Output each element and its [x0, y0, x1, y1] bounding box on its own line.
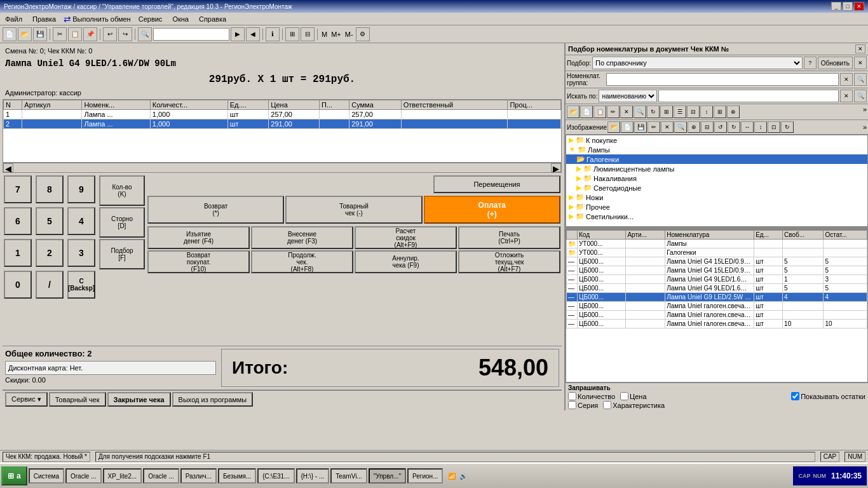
tree-item-светильники[interactable]: ▶ 📁 Светильники... [566, 212, 867, 221]
numpad-slash[interactable]: / [36, 271, 64, 299]
numpad-2[interactable]: 2 [36, 239, 64, 267]
picker-group-clear-btn[interactable]: ✕ [840, 73, 853, 86]
picker-find-input[interactable] [658, 90, 839, 102]
series-checkbox[interactable] [568, 401, 576, 409]
ptb-delete[interactable]: ✕ [620, 105, 633, 118]
minimize-button[interactable]: _ [831, 2, 841, 11]
price-checkbox[interactable] [620, 392, 628, 400]
table-row[interactable]: 2 Лампа ... 1,000 шт 291,00 291,00 [4, 119, 561, 129]
ptb-new[interactable]: 📄 [580, 105, 593, 118]
picker-close-btn[interactable]: ✕ [855, 44, 865, 53]
img-btn9[interactable]: ↺ [714, 121, 727, 133]
img-btn1[interactable]: 📂 [607, 121, 620, 133]
tb-open[interactable]: 📂 [18, 27, 32, 41]
tb-new[interactable]: 📄 [3, 27, 17, 41]
product-row[interactable]: — ЦБ000... Лампа Uniel G4 9LED/1.6W/D...… [567, 275, 867, 284]
receipt-tab-btn[interactable]: Товарный чек [49, 392, 106, 407]
insert-money-btn[interactable]: Внесениеденег (F3) [251, 226, 353, 249]
taskbar-btn-region[interactable]: Регион... [407, 468, 443, 484]
show-rest-checkbox[interactable] [791, 392, 799, 400]
taskbar-btn-razlich[interactable]: Различ... [180, 468, 217, 484]
numpad-4[interactable]: 4 [67, 207, 95, 235]
ptb-copy[interactable]: 📋 [593, 105, 606, 118]
taskbar-btn-c[interactable]: {C:\E31... [257, 468, 294, 484]
tree-item-люмин[interactable]: ▶ 📁 Люминисцентные лампы [566, 164, 867, 173]
tb-search-prev[interactable]: ◀ [246, 27, 260, 41]
payment-btn[interactable]: Оплата(+) [424, 196, 560, 224]
picker-help-btn[interactable]: ? [804, 57, 817, 69]
picker-group-input[interactable] [606, 73, 839, 86]
menu-exchange[interactable]: ⇄ Выполнить обмен [64, 14, 130, 24]
taskbar-btn-bezym[interactable]: Безымя... [218, 468, 256, 484]
char-checkbox[interactable] [603, 401, 611, 409]
picker-settings-btn[interactable]: ✕ [854, 57, 867, 69]
tb-cut[interactable]: ✂ [53, 27, 67, 41]
scroll-left-btn[interactable]: ◀ [3, 163, 13, 172]
taskbar-btn-system[interactable]: Система [29, 468, 64, 484]
picker-update-btn[interactable]: Обновить [818, 57, 853, 69]
return-btn[interactable]: Возврат(*) [147, 196, 284, 224]
img-btn2[interactable]: 📄 [621, 121, 634, 133]
defer-receipt-btn[interactable]: Отложитьтекущ.чек(Alt+F7) [458, 250, 560, 273]
img-btn6[interactable]: 🔍 [674, 121, 687, 133]
product-row[interactable]: — ЦБ000... Лампа Uniel галоген.свеча фла… [567, 311, 867, 320]
tb-save[interactable]: 💾 [33, 27, 47, 41]
maximize-button[interactable]: □ [843, 2, 853, 11]
product-row[interactable]: — ЦБ000... Лампа Uniel G4 15LED/0.9W /..… [567, 257, 867, 266]
horizontal-scroll[interactable]: ◀ ▶ [3, 163, 562, 173]
tree-item-ножи[interactable]: ▶ 📁 Ножи [566, 193, 867, 202]
tb-redo[interactable]: ↪ [118, 27, 132, 41]
product-row[interactable]: 📁 УТ000... Лампы [567, 240, 867, 248]
close-button[interactable]: ✕ [854, 2, 864, 11]
ptb-group[interactable]: ⊞ [714, 105, 726, 118]
tree-item-галогенки[interactable]: 📂 Галогенки [566, 154, 867, 164]
cancel-receipt-btn[interactable]: Аннулир.чека (F9) [355, 250, 457, 273]
movements-button[interactable]: Перемещения [433, 175, 560, 193]
numpad-9[interactable]: 9 [67, 175, 95, 203]
img-btn10[interactable]: ↻ [728, 121, 740, 133]
picker-group-search-btn[interactable]: 🔍 [854, 73, 867, 86]
ptb-refresh[interactable]: ↻ [647, 105, 660, 118]
product-row[interactable]: — ЦБ000... Лампа Uniel галоген.свеча фла… [567, 302, 867, 311]
tb-paste[interactable]: 📌 [83, 27, 97, 41]
taskbar-btn-oracle1[interactable]: Oracle ... [65, 468, 102, 484]
numpad-3[interactable]: 3 [67, 239, 95, 267]
tb-info[interactable]: ℹ [266, 27, 280, 41]
tree-item-прочее[interactable]: ▶ 📁 Прочее [566, 202, 867, 212]
ptb-arrows[interactable]: » [863, 105, 867, 118]
print-btn[interactable]: Печать(Ctrl+P) [458, 226, 560, 249]
numpad-1[interactable]: 1 [4, 239, 32, 267]
picker-find-select[interactable]: наименованию [599, 90, 657, 102]
close-receipt-tab-btn[interactable]: Закрытие чека [107, 392, 171, 407]
ptb-view[interactable]: ⊟ [687, 105, 700, 118]
exit-tab-btn[interactable]: Выход из программы [172, 392, 254, 407]
taskbar-btn-h[interactable]: {H:\} - ... [296, 468, 330, 484]
numpad-7[interactable]: 7 [4, 175, 32, 203]
menu-file[interactable]: Файл [3, 15, 25, 24]
start-button[interactable]: ⊞ а [1, 466, 27, 485]
extract-money-btn[interactable]: Изъятиеденег (F4) [147, 226, 250, 249]
numpad-8[interactable]: 8 [36, 175, 64, 203]
ptb-list[interactable]: ☰ [674, 105, 686, 118]
img-btn7[interactable]: ⊕ [688, 121, 700, 133]
tb-undo[interactable]: ↩ [103, 27, 117, 41]
numpad-5[interactable]: 5 [36, 207, 64, 235]
receipt-btn[interactable]: Товарныйчек (-) [285, 196, 422, 224]
menu-edit[interactable]: Правка [30, 15, 58, 24]
menu-windows[interactable]: Окна [170, 15, 191, 24]
picker-find-clear-btn[interactable]: ✕ [840, 90, 853, 102]
ptb-filter[interactable]: ⊞ [660, 105, 673, 118]
ptb-sort[interactable]: ↕ [700, 105, 713, 118]
taskbar-btn-oracle2[interactable]: Oracle ... [143, 468, 179, 484]
tb-search[interactable]: 🔍 [138, 27, 152, 41]
taskbar-btn-teamvi[interactable]: TeamVi... [330, 468, 367, 484]
picker-search-select[interactable]: По справочнику [592, 57, 803, 69]
calc-discount-btn[interactable]: Расчетскидок(Alt+F9) [355, 226, 457, 249]
img-btn11[interactable]: ↔ [741, 121, 754, 133]
scroll-right-btn[interactable]: ▶ [551, 163, 561, 172]
tb-extra2[interactable]: ⊟ [301, 27, 315, 41]
tree-item-к-покупке[interactable]: ▶ 📁 К покупке [566, 135, 867, 145]
img-btn8[interactable]: ⊟ [701, 121, 714, 133]
product-row[interactable]: — ЦБ000... Лампа Uniel G4 9LED/1.6W/W...… [567, 284, 867, 293]
img-btn13[interactable]: ⊡ [768, 121, 780, 133]
